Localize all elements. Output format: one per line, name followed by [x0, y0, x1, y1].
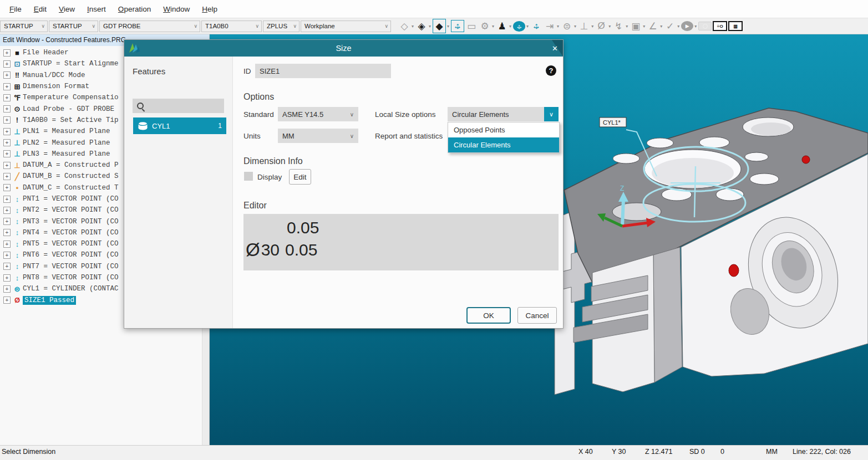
- edit-button[interactable]: Edit: [289, 169, 311, 185]
- dropdown-caret-icon[interactable]: ▾: [509, 24, 511, 29]
- temperature-toolbar-icon[interactable]: ⇥: [544, 19, 556, 33]
- dropdown-option-circular-elements[interactable]: Circular Elements: [448, 137, 559, 152]
- dropdown-caret-icon[interactable]: ▾: [526, 24, 529, 29]
- feature-search[interactable]: [133, 99, 224, 113]
- camera-icon[interactable]: [698, 22, 712, 30]
- expand-icon[interactable]: +: [3, 94, 11, 101]
- dropdown-caret-icon[interactable]: ▾: [591, 24, 593, 29]
- expand-icon[interactable]: +: [3, 139, 11, 146]
- report-window-icon[interactable]: ≡O: [713, 21, 727, 31]
- dropdown-caret-icon[interactable]: ▾: [574, 24, 576, 29]
- expand-icon[interactable]: +: [3, 263, 11, 270]
- expand-icon[interactable]: +: [3, 252, 11, 259]
- size-dialog: Size ✕ Features CYL1 1: [124, 39, 564, 329]
- menu-item-help[interactable]: Help: [196, 0, 224, 18]
- expand-icon[interactable]: +: [3, 173, 11, 180]
- graphic-window-icon[interactable]: ▥: [728, 21, 743, 31]
- expand-icon[interactable]: +: [3, 207, 11, 214]
- solid-view-icon[interactable]: ◆: [433, 19, 446, 33]
- expand-icon[interactable]: +: [3, 162, 11, 169]
- constructed-plane-icon: ⊥: [13, 161, 22, 170]
- close-icon[interactable]: ✕: [552, 40, 558, 57]
- wireframe-view-icon[interactable]: ◈: [415, 19, 428, 33]
- toolbar-combo-0[interactable]: STARTUP∨: [0, 21, 48, 32]
- cancel-button[interactable]: Cancel: [517, 307, 557, 324]
- menu-item-insert[interactable]: Insert: [81, 0, 112, 18]
- dropdown-caret-icon[interactable]: ▾: [608, 24, 611, 29]
- toolbar-combo-1[interactable]: STARTUP∨: [49, 21, 98, 32]
- units-combo[interactable]: MM ∨: [278, 129, 358, 143]
- probe-path-icon[interactable]: ∠: [647, 19, 659, 33]
- copy-window-icon[interactable]: ▣: [630, 19, 642, 33]
- expand-icon[interactable]: +: [3, 83, 11, 90]
- diameter-dimension-icon[interactable]: Ø: [595, 19, 607, 33]
- standard-combo[interactable]: ASME Y14.5 ∨: [278, 107, 358, 121]
- dialog-titlebar[interactable]: Size ✕: [124, 40, 563, 57]
- toolbar-combo-2[interactable]: GDT PROBE∨: [99, 21, 200, 32]
- dropdown-caret-icon[interactable]: ▾: [492, 24, 494, 29]
- combo-value: STARTUP: [4, 23, 33, 29]
- toolbar-combo-4[interactable]: ZPLUS∨: [263, 21, 300, 32]
- cylinder-feature-icon[interactable]: ⊜: [561, 19, 573, 33]
- vector-path-icon[interactable]: ↯: [612, 19, 625, 33]
- menu-item-window[interactable]: Window: [157, 0, 196, 18]
- hole-shading: [751, 122, 791, 136]
- menu-item-operation[interactable]: Operation: [112, 0, 157, 18]
- menu-item-view[interactable]: View: [53, 0, 81, 18]
- dimension-editor[interactable]: 0.05 Ø 30 0.05: [243, 214, 559, 270]
- dropdown-caret-icon[interactable]: ▾: [660, 24, 662, 29]
- dropdown-caret-icon[interactable]: ▾: [626, 24, 628, 29]
- view-orientation-icon[interactable]: [513, 21, 525, 32]
- expand-icon[interactable]: +: [3, 229, 11, 236]
- check-icon[interactable]: ✓: [664, 19, 676, 33]
- probe-mode-icon[interactable]: ♟: [496, 19, 508, 33]
- menu-item-edit[interactable]: Edit: [28, 0, 53, 18]
- expand-icon[interactable]: +: [3, 184, 11, 191]
- expand-icon[interactable]: +: [3, 116, 11, 124]
- dropdown-caret-icon[interactable]: ▾: [677, 24, 679, 29]
- display-checkbox[interactable]: [244, 172, 253, 181]
- tree-item-label: PNT1 = VECTOR POINT (CO: [23, 195, 119, 203]
- toolbar-combo-5[interactable]: Workplane∨: [301, 21, 391, 32]
- dropdown-caret-icon[interactable]: ▾: [557, 24, 559, 29]
- expand-icon[interactable]: +: [3, 71, 11, 79]
- expand-icon[interactable]: +: [3, 105, 11, 113]
- expand-icon[interactable]: +: [3, 285, 11, 293]
- expand-icon[interactable]: +: [3, 128, 11, 135]
- chevron-down-icon: ∨: [350, 111, 354, 117]
- upper-tolerance-value: 0.05: [287, 218, 559, 237]
- pan-view-icon[interactable]: [451, 20, 464, 32]
- expand-icon[interactable]: +: [3, 297, 11, 304]
- dropdown-option-opposed-points[interactable]: Opposed Points: [448, 122, 559, 137]
- id-field[interactable]: SIZE1: [255, 64, 391, 78]
- help-icon[interactable]: ?: [546, 65, 556, 76]
- active-tip-icon: !: [13, 116, 22, 124]
- chevron-down-icon[interactable]: ∨: [544, 107, 559, 121]
- settings-gears-icon[interactable]: ⚙: [479, 19, 491, 33]
- search-input[interactable]: [144, 101, 212, 111]
- dropdown-caret-icon[interactable]: ▾: [447, 24, 449, 29]
- dropdown-caret-icon[interactable]: ▾: [429, 24, 431, 29]
- toolbar: STARTUP∨STARTUP∨GDT PROBE∨T1A0B0∨ZPLUS∨W…: [0, 18, 868, 34]
- application-window: FileEditViewInsertOperationWindowHelp ST…: [0, 0, 868, 460]
- dropdown-caret-icon[interactable]: ▾: [412, 24, 414, 29]
- expand-icon[interactable]: +: [3, 241, 11, 248]
- expand-icon[interactable]: +: [3, 218, 11, 225]
- dropdown-caret-icon[interactable]: ▾: [643, 24, 645, 29]
- comment-icon[interactable]: ▭: [465, 19, 478, 33]
- rotate-view-icon[interactable]: ◇: [398, 19, 410, 33]
- feature-list-item-cyl1[interactable]: CYL1 1: [133, 117, 226, 134]
- play-icon[interactable]: [681, 21, 693, 31]
- expand-icon[interactable]: +: [3, 150, 11, 157]
- expand-icon[interactable]: +: [3, 49, 11, 57]
- expand-icon[interactable]: +: [3, 274, 11, 282]
- dropdown-caret-icon[interactable]: ▾: [694, 24, 697, 29]
- move-gear-icon[interactable]: [530, 21, 542, 32]
- local-size-combo[interactable]: Circular Elements ∨: [448, 107, 559, 121]
- toolbar-combo-3[interactable]: T1A0B0∨: [201, 21, 262, 32]
- menu-item-file[interactable]: File: [3, 0, 28, 18]
- ok-button[interactable]: OK: [466, 307, 511, 324]
- expand-icon[interactable]: +: [3, 60, 11, 68]
- plane-feature-icon[interactable]: ⊥: [578, 19, 590, 33]
- expand-icon[interactable]: +: [3, 196, 11, 203]
